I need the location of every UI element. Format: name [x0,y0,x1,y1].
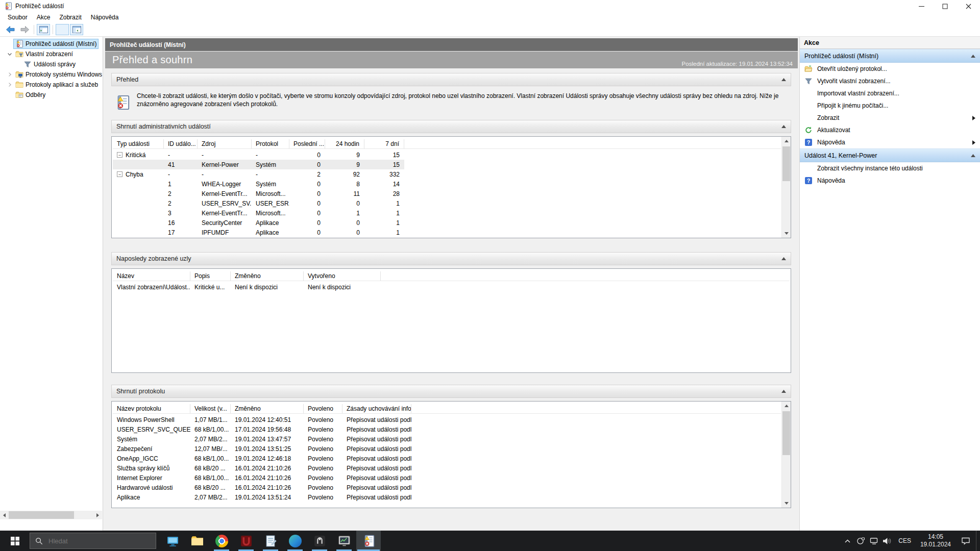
show-desktop-button[interactable] [976,531,979,551]
table-row[interactable]: 16SecurityCenterAplikace001 [113,218,781,228]
column-header[interactable]: Vytvořeno [304,271,381,281]
table-row[interactable]: 3Kernel-EventTr...Microsoft...011 [113,208,781,218]
action-center-button[interactable] [955,531,976,551]
show-action-pane-button[interactable] [70,24,83,35]
language-indicator[interactable]: CES [894,537,916,544]
action-item[interactable]: Připojit k jinému počítači... [800,99,980,112]
section-header-log-summary[interactable]: Shrnutí protokolu [111,385,791,398]
table-row[interactable]: Hardwarové události68 kB/20 ...16.01.202… [113,483,781,492]
column-header[interactable]: ID událo... [164,139,198,149]
section-header-admin-events[interactable]: Shrnutí administrativních událostí [111,120,791,133]
action-item[interactable]: ?Nápověda [800,136,980,148]
scroll-up-arrow-icon[interactable] [782,402,791,410]
collapse-arrow-icon[interactable] [971,55,975,58]
network-icon[interactable] [867,537,880,545]
section-header-overview[interactable]: Přehled [111,73,791,86]
search-input[interactable] [47,537,136,545]
action-item[interactable]: Zobrazit všechny instance této události [800,162,980,174]
action-item[interactable]: Zobrazit [800,112,980,124]
action-item[interactable]: Importovat vlastní zobrazení... [800,87,980,99]
menu-item-1[interactable]: Akce [32,13,55,22]
action-item[interactable]: Vytvořit vlastní zobrazení... [800,75,980,87]
collapse-arrow-icon[interactable] [781,78,786,81]
tree-item-2[interactable]: Události správy [0,59,103,69]
show-console-tree-button[interactable] [37,24,50,35]
back-button[interactable] [4,24,17,35]
meet-camera-icon[interactable] [854,537,867,545]
scroll-thumb[interactable] [782,146,790,181]
section-header-recent-nodes[interactable]: Naposledy zobrazené uzly [111,252,791,265]
table-row[interactable]: USER_ESRV_SVC_QUEEN...68 kB/1,00...17.01… [113,424,781,434]
column-header[interactable]: Protokol [252,139,289,149]
collapse-arrow-icon[interactable] [971,154,975,157]
column-header[interactable]: Velikost (v... [190,404,231,414]
close-button[interactable] [957,0,980,12]
table-row[interactable]: Aplikace2,07 MB/2...19.01.2024 13:51:24P… [113,492,781,502]
collapse-box-icon[interactable] [117,171,122,177]
table-row[interactable]: 17IPFUMDFAplikace001 [113,228,781,237]
taskbar-app-event-viewer[interactable] [356,531,381,551]
column-header[interactable]: Název protokolu [113,404,190,414]
taskbar-app-pc-monitor[interactable] [160,531,185,551]
tray-overflow-chevron-icon[interactable] [841,539,854,543]
column-header[interactable]: 24 hodin [325,139,364,149]
tree-horizontal-scrollbar[interactable] [0,511,102,519]
vertical-scrollbar[interactable] [781,402,791,508]
scroll-down-arrow-icon[interactable] [782,499,791,508]
column-header[interactable]: Zásady uchovávání infor... [342,404,411,414]
minimize-button[interactable] [910,0,933,12]
table-row[interactable]: 1WHEA-LoggerSystém0814 [113,179,781,189]
volume-icon[interactable] [880,537,894,545]
scroll-up-arrow-icon[interactable] [782,137,791,145]
table-row[interactable]: OneApp_IGCC68 kB/1,00...19.01.2024 12:46… [113,454,781,463]
tree-item-4[interactable]: Protokoly aplikací a služeb [0,80,103,90]
taskbar-app-notepad[interactable] [258,531,283,551]
help-button[interactable]: ? [56,24,69,35]
collapse-arrow-icon[interactable] [781,125,786,128]
table-row[interactable]: Vlastní zobrazení\Událost...Kritické u..… [113,282,790,292]
collapse-arrow-icon[interactable] [781,257,786,260]
collapse-arrow-icon[interactable] [781,390,786,393]
taskbar-search[interactable] [30,533,156,549]
table-row[interactable]: Chyba---292332 [113,169,781,179]
action-item[interactable]: Aktualizovat [800,124,980,136]
column-header[interactable]: Typ události [113,139,164,149]
menu-item-3[interactable]: Nápověda [86,13,124,22]
taskbar-app-dark-app[interactable] [307,531,332,551]
tree-item-1[interactable]: Vlastní zobrazení [0,49,103,59]
column-header[interactable]: Povoleno [304,404,342,414]
taskbar-app-edge[interactable] [283,531,307,551]
tree-item-0[interactable]: Prohlížeč událostí (Místní) [0,39,103,49]
column-header[interactable]: Název [113,271,190,281]
start-button[interactable] [0,531,30,551]
action-item[interactable]: ?Nápověda [800,174,980,187]
scroll-right-arrow-icon[interactable] [93,511,102,519]
column-header[interactable]: Změněno [231,271,304,281]
taskbar-app-performance-monitor[interactable] [332,531,356,551]
table-row[interactable]: 2USER_ESRV_SV...USER_ESR...001 [113,198,781,208]
table-row[interactable]: Internet Explorer68 kB/1,00...16.01.2024… [113,473,781,483]
tree-item-5[interactable]: Odběry [0,90,103,100]
collapse-box-icon[interactable] [117,152,122,158]
table-row[interactable]: Služba správy klíčů68 kB/20 ...16.01.202… [113,463,781,473]
table-row[interactable]: Windows PowerShell1,07 MB/1...19.01.2024… [113,415,781,424]
column-header[interactable]: Změněno [231,404,304,414]
menu-item-0[interactable]: Soubor [3,13,32,22]
column-header[interactable]: Zdroj [198,139,252,149]
maximize-button[interactable] [933,0,957,12]
table-row[interactable]: Kritická---0915 [113,150,781,160]
taskbar-app-file-explorer[interactable] [185,531,209,551]
column-header[interactable]: 7 dní [364,139,404,149]
scroll-down-arrow-icon[interactable] [782,229,791,238]
scroll-left-arrow-icon[interactable] [0,511,9,519]
column-header[interactable]: Popis [190,271,231,281]
clock[interactable]: 14:05 19.01.2024 [916,533,955,548]
column-header[interactable]: Poslední ... [289,139,325,149]
taskbar-app-red-app[interactable] [234,531,258,551]
menu-item-2[interactable]: Zobrazit [55,13,86,22]
table-row[interactable]: Zabezpečení12,07 MB/...19.01.2024 13:51:… [113,444,781,454]
scroll-thumb[interactable] [782,411,790,455]
scroll-thumb[interactable] [9,511,74,519]
table-row[interactable]: 2Kernel-EventTr...Microsoft...01128 [113,189,781,198]
taskbar-app-chrome[interactable] [209,531,234,551]
